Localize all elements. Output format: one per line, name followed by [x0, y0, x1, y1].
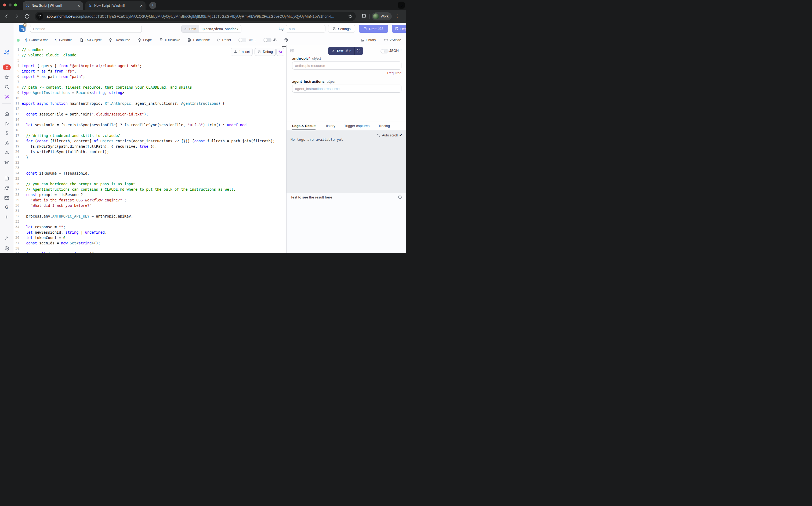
add-data-table-button[interactable]: +Data table: [187, 38, 210, 42]
new-tab-button[interactable]: +: [149, 2, 156, 9]
tab-logs-result[interactable]: Logs & Result: [292, 121, 315, 130]
extensions-icon[interactable]: [361, 13, 367, 19]
schedules-calendar-icon[interactable]: [0, 176, 13, 181]
vscode-button[interactable]: VScode: [384, 38, 401, 42]
settings-button[interactable]: Settings: [328, 25, 355, 33]
add-type-button[interactable]: +Type: [138, 38, 152, 42]
code-editor[interactable]: 1// sandbox2// volume: claude .claude34i…: [13, 45, 286, 253]
panel-menu-kebab-icon[interactable]: ⋮: [399, 48, 403, 53]
add-resource-button[interactable]: +Resource: [109, 38, 130, 42]
code-line[interactable]: 33: [13, 219, 286, 224]
mail-icon[interactable]: [0, 195, 13, 201]
code-line[interactable]: 6import * as path from "path";: [13, 74, 286, 79]
info-icon[interactable]: [398, 195, 402, 199]
code-line[interactable]: 24 const isResume = !!sessionId;: [13, 171, 286, 176]
browser-profile-chip[interactable]: Work: [372, 12, 392, 20]
windmill-logo-icon[interactable]: [0, 49, 13, 56]
deploy-button[interactable]: Deploy: [392, 25, 406, 33]
code-line[interactable]: 20 fs.writeFileSync(fullPath, content);: [13, 149, 286, 154]
editor-settings-button[interactable]: [284, 38, 288, 42]
workspace-badge-icon[interactable]: [3, 65, 11, 70]
code-line[interactable]: 28 const prompt = !isResume ?: [13, 192, 286, 197]
add-ducklake-button[interactable]: +Ducklake: [159, 38, 180, 42]
code-line[interactable]: 36 let tokenCount = 0: [13, 235, 286, 240]
code-line[interactable]: 11export async function main(anthropic: …: [13, 101, 286, 106]
runs-play-icon[interactable]: [0, 121, 13, 126]
reset-button[interactable]: Reset: [217, 38, 231, 42]
library-button[interactable]: Library: [360, 38, 376, 42]
reload-icon[interactable]: [24, 13, 30, 19]
anthropic-resource-input[interactable]: [292, 62, 401, 70]
close-window-button[interactable]: [3, 3, 6, 6]
code-line[interactable]: 16: [13, 128, 286, 133]
code-line[interactable]: 35 let newSessionId: string | undefined;: [13, 230, 286, 235]
browser-tab-inactive[interactable]: New Script | Windmill ✕: [85, 1, 146, 10]
minimize-window-button[interactable]: [9, 3, 12, 6]
browser-tab-active[interactable]: New Script | Windmill ✕: [23, 1, 83, 10]
test-scan-segment[interactable]: [355, 47, 363, 55]
ai-magic-wand-icon[interactable]: [0, 94, 13, 99]
code-line[interactable]: 25: [13, 176, 286, 181]
test-button[interactable]: Test ⌘↵: [328, 47, 363, 55]
code-line[interactable]: 22: [13, 160, 286, 165]
code-line[interactable]: 30 "What did I ask you before?": [13, 203, 286, 208]
auto-scroll-control[interactable]: Auto scroll ✔: [377, 133, 402, 137]
tab-search-chevron-button[interactable]: ⌄: [398, 2, 404, 9]
diff-toggle-group[interactable]: Diff ±: [238, 38, 256, 42]
favorites-star-icon[interactable]: [0, 75, 13, 80]
code-line[interactable]: 26 // you can hardcode the prompt or pas…: [13, 181, 286, 187]
account-user-icon[interactable]: [0, 236, 13, 241]
code-line[interactable]: 27 // AgentInstructions can contains a C…: [13, 187, 286, 192]
triggers-route-icon[interactable]: [0, 186, 13, 191]
path-chip[interactable]: Path u/demo/demo_sandbox: [181, 25, 242, 33]
code-line[interactable]: 14: [13, 117, 286, 122]
panel-collapse-icon[interactable]: [290, 49, 294, 53]
settings-gear-icon[interactable]: [0, 246, 13, 251]
code-line[interactable]: 10: [13, 95, 286, 101]
close-icon[interactable]: ✕: [140, 4, 143, 8]
json-toggle[interactable]: [380, 49, 388, 54]
code-line[interactable]: 18 for (const [filePath, content] of Obj…: [13, 138, 286, 144]
add-variable-button[interactable]: $ +Variable: [55, 38, 73, 42]
site-settings-tune-icon[interactable]: [36, 13, 43, 20]
add-plus-icon[interactable]: [0, 215, 13, 220]
code-line[interactable]: 9type AgentInstructions = Record<string,…: [13, 90, 286, 95]
ai-wand-button[interactable]: [276, 48, 284, 56]
code-line[interactable]: 23: [13, 165, 286, 171]
home-icon[interactable]: [0, 111, 13, 116]
resources-cubes-icon[interactable]: [0, 140, 13, 145]
close-icon[interactable]: ✕: [77, 4, 80, 8]
code-line[interactable]: 8// path -> content, fileset resource, t…: [13, 85, 286, 90]
debug-button[interactable]: Debug: [255, 48, 276, 56]
forward-icon[interactable]: [14, 13, 20, 19]
diff-toggle[interactable]: [238, 38, 246, 42]
add-s3-object-button[interactable]: +S3 Object: [80, 38, 101, 42]
code-line[interactable]: 38: [13, 246, 286, 251]
tag-input[interactable]: [286, 25, 326, 33]
code-line[interactable]: 3: [13, 58, 286, 63]
agent-instructions-resource-input[interactable]: [292, 85, 401, 93]
variables-dollar-icon[interactable]: [0, 131, 13, 136]
code-line[interactable]: 7: [13, 79, 286, 85]
tab-history[interactable]: History: [325, 121, 335, 130]
code-line[interactable]: 21 }: [13, 154, 286, 160]
assets-button[interactable]: 1 asset: [231, 48, 253, 56]
multiplayer-toggle[interactable]: [263, 38, 271, 42]
code-line[interactable]: 37 const seenIds = new Set<string>();: [13, 240, 286, 246]
code-line[interactable]: 4import { query } from "@anthropic-ai/cl…: [13, 63, 286, 69]
code-line[interactable]: 31: [13, 208, 286, 214]
code-line[interactable]: 39 for await (const msg of query({: [13, 251, 286, 253]
code-line[interactable]: 32 process.env.ANTHROPIC_API_KEY = anthr…: [13, 214, 286, 219]
zoom-window-button[interactable]: [14, 3, 17, 6]
search-icon[interactable]: [0, 84, 13, 89]
code-line[interactable]: 29 "What is the fastest OSS workflow eng…: [13, 197, 286, 203]
tab-trigger-captures[interactable]: Trigger captures: [344, 121, 369, 130]
code-line[interactable]: 12: [13, 106, 286, 111]
code-line[interactable]: 5import * as fs from "fs";: [13, 69, 286, 74]
bookmark-star-icon[interactable]: [348, 14, 353, 19]
add-context-var-button[interactable]: $ +Context var: [25, 38, 48, 42]
browser-menu-kebab-icon[interactable]: ⋮: [395, 14, 399, 18]
draft-button[interactable]: Draft ⌘S: [359, 25, 388, 33]
google-icon[interactable]: G: [0, 205, 13, 210]
code-line[interactable]: 15 let sessionId = fs.existsSync(session…: [13, 122, 286, 128]
